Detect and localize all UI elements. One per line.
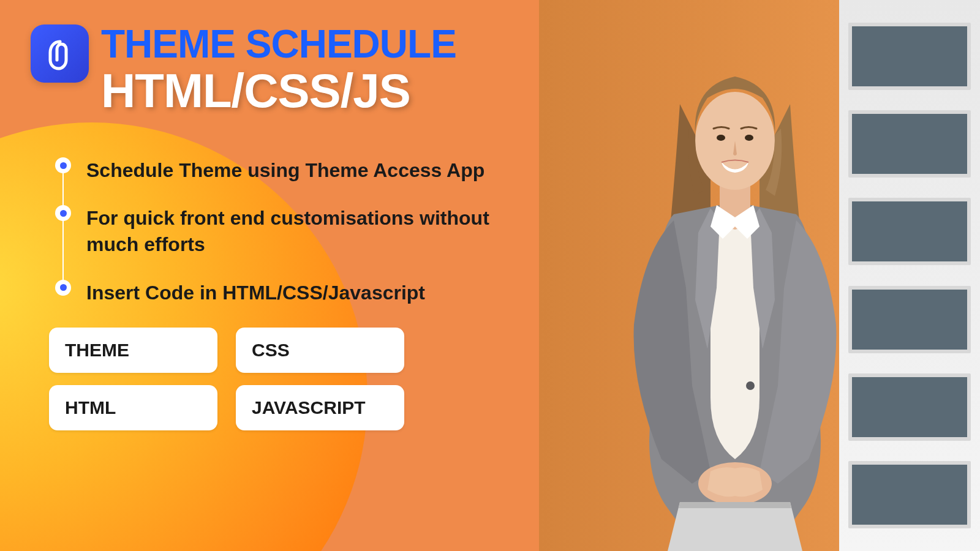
feature-text: For quick front end customisations witho…: [86, 205, 508, 258]
tag-html: HTML: [49, 385, 217, 430]
tag-theme: THEME: [49, 328, 217, 373]
svg-point-2: [745, 135, 753, 141]
bullet-dot-icon: [55, 205, 71, 221]
feature-item: Schedule Theme using Theme Access App: [55, 157, 508, 184]
left-content-panel: THEME SCHEDULE HTML/CSS/JS Schedule Them…: [0, 0, 539, 551]
title-primary: THEME SCHEDULE: [101, 24, 456, 64]
tag-css: CSS: [236, 328, 404, 373]
feature-item: Insert Code in HTML/CSS/Javascript: [55, 280, 508, 306]
svg-point-1: [717, 135, 725, 141]
tag-grid: THEME CSS HTML JAVASCRIPT: [49, 328, 508, 430]
app-logo: [31, 24, 89, 83]
tag-javascript: JAVASCRIPT: [236, 385, 404, 430]
svg-point-4: [746, 381, 755, 390]
bullet-dot-icon: [55, 157, 71, 173]
title-secondary: HTML/CSS/JS: [101, 67, 456, 114]
feature-text: Insert Code in HTML/CSS/Javascript: [86, 280, 425, 306]
right-photo-panel: [539, 0, 980, 551]
feature-list: Schedule Theme using Theme Access App Fo…: [55, 157, 508, 306]
feature-item: For quick front end customisations witho…: [55, 205, 508, 258]
content-wrapper: THEME SCHEDULE HTML/CSS/JS Schedule Them…: [0, 0, 539, 455]
header: THEME SCHEDULE HTML/CSS/JS: [31, 24, 508, 114]
attachment-icon: [42, 36, 78, 72]
feature-text: Schedule Theme using Theme Access App: [86, 157, 484, 184]
title-group: THEME SCHEDULE HTML/CSS/JS: [101, 24, 456, 114]
person-photo: [588, 43, 882, 551]
bullet-dot-icon: [55, 280, 71, 296]
